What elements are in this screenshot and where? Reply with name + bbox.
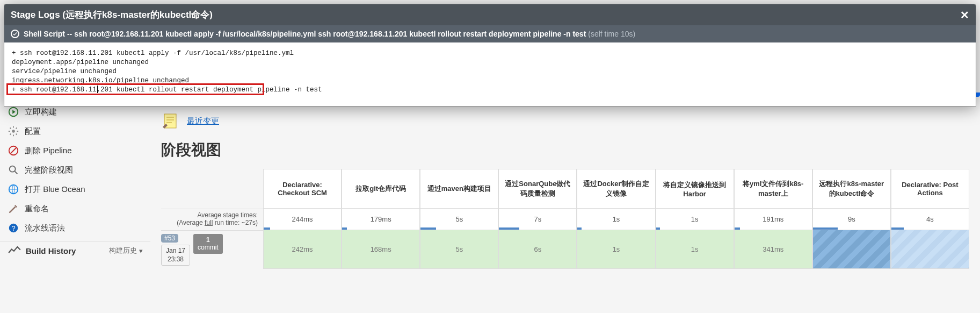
step-selftime: (self time 10s) xyxy=(586,30,635,38)
log-highlight-box xyxy=(6,83,264,95)
stage-logs-modal: Stage Logs (远程执行k8s-master的kubectl命令) ✕ … xyxy=(4,4,976,106)
text-cursor xyxy=(97,86,98,93)
modal-close-button[interactable]: ✕ xyxy=(960,10,969,20)
modal-header: Stage Logs (远程执行k8s-master的kubectl命令) ✕ xyxy=(4,4,976,25)
check-circle-icon xyxy=(11,30,19,38)
step-header[interactable]: Shell Script -- ssh root@192.168.11.201 … xyxy=(4,25,976,42)
close-icon: ✕ xyxy=(960,9,969,21)
step-prefix: Shell Script -- xyxy=(24,30,74,38)
log-output[interactable]: + ssh root@192.168.11.201 kubectl apply … xyxy=(4,42,976,106)
step-command: ssh root@192.168.11.201 kubectl apply -f… xyxy=(74,30,586,38)
modal-title: Stage Logs (远程执行k8s-master的kubectl命令) xyxy=(11,9,213,21)
